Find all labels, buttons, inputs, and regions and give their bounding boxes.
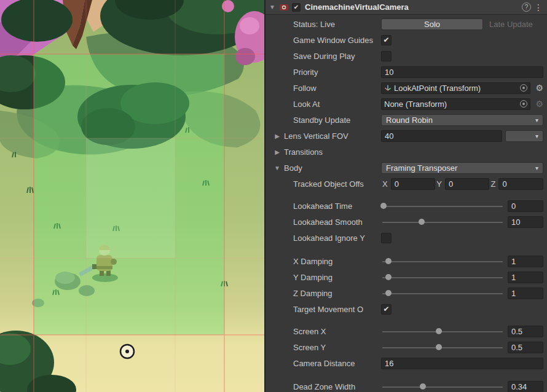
offset-x-field[interactable]: 0	[391, 178, 436, 190]
dropdown-arrow-icon: ▾	[535, 133, 538, 139]
body-row: ▼ Body Framing Transposer ▾	[266, 160, 547, 176]
x-damping-field[interactable]: 1	[508, 256, 543, 267]
component-foldout-icon[interactable]: ▼	[269, 4, 276, 10]
save-during-play-row: Save During Play ✔	[266, 48, 547, 64]
z-damping-slider[interactable]	[381, 288, 504, 299]
lens-label: Lens Vertical FOV	[284, 131, 348, 141]
lookahead-time-row: Lookahead Time 0	[266, 198, 547, 214]
object-picker-icon[interactable]	[520, 100, 527, 108]
screen-y-slider[interactable]	[381, 342, 504, 353]
dropdown-arrow-icon: ▾	[535, 165, 538, 171]
transform-icon	[384, 84, 392, 92]
object-picker-icon[interactable]	[520, 84, 527, 92]
tracked-object-offset-label: Tracked Object Offs	[266, 179, 381, 189]
slider-handle[interactable]	[385, 274, 392, 280]
framing-guides-overlay	[0, 0, 264, 392]
screen-y-value: 0.5	[511, 343, 522, 352]
dead-zone-width-field[interactable]: 0.34	[508, 381, 543, 392]
screen-x-field[interactable]: 0.5	[508, 326, 543, 337]
transitions-row: ▶ Transitions	[266, 144, 547, 160]
look-at-gear-icon[interactable]: ⚙	[535, 100, 543, 108]
y-damping-slider[interactable]	[381, 272, 504, 283]
target-movement-label: Target Movement O	[266, 305, 381, 314]
priority-field[interactable]: 10	[381, 66, 543, 78]
body-foldout[interactable]: ▼ Body	[266, 163, 381, 173]
slider-handle[interactable]	[436, 328, 442, 334]
priority-label: Priority	[266, 68, 381, 77]
priority-row: Priority 10	[266, 64, 547, 80]
follow-value: LookAtPoint (Transform)	[394, 84, 517, 93]
dead-zone-width-slider[interactable]	[381, 381, 504, 392]
component-title: CinemachineVirtualCamera	[305, 2, 519, 12]
game-view[interactable]	[0, 0, 264, 392]
fov-preset-dropdown[interactable]: ▾	[505, 130, 543, 142]
screen-x-slider[interactable]	[381, 326, 504, 337]
y-damping-label: Y Damping	[266, 273, 381, 282]
target-movement-checkbox[interactable]: ✔	[381, 304, 392, 315]
screen-y-field[interactable]: 0.5	[508, 342, 543, 353]
scene-render	[0, 0, 264, 392]
body-label: Body	[284, 163, 302, 173]
slider-handle[interactable]	[420, 383, 426, 390]
lookahead-ignore-y-checkbox[interactable]: ✔	[381, 233, 392, 243]
offset-x-value: 0	[395, 179, 399, 189]
y-damping-row: Y Damping 1	[266, 269, 547, 285]
look-at-object-field[interactable]: None (Transform)	[381, 98, 530, 110]
transitions-foldout[interactable]: ▶ Transitions	[266, 147, 381, 157]
screen-x-label: Screen X	[266, 327, 381, 336]
follow-object-field[interactable]: LookAtPoint (Transform)	[381, 82, 530, 94]
x-damping-slider[interactable]	[381, 256, 504, 267]
game-window-guides-row: Game Window Guides ✔	[266, 32, 547, 48]
lens-foldout[interactable]: ▶ Lens Vertical FOV	[266, 131, 381, 141]
save-during-play-label: Save During Play	[266, 52, 381, 61]
z-damping-label: Z Damping	[266, 289, 381, 298]
solo-button[interactable]: Solo	[381, 18, 483, 30]
axis-z-label: Z	[490, 179, 495, 189]
camera-target-reticle	[120, 345, 134, 358]
component-enabled-checkbox[interactable]: ✔	[292, 3, 301, 12]
camera-distance-label: Camera Distance	[266, 359, 381, 368]
y-damping-field[interactable]: 1	[508, 272, 543, 283]
screen-y-label: Screen Y	[266, 343, 381, 352]
slider-handle[interactable]	[385, 258, 392, 264]
game-window-guides-label: Game Window Guides	[266, 36, 381, 45]
z-damping-value: 1	[511, 289, 516, 298]
lookahead-smoothing-slider[interactable]	[381, 216, 504, 228]
fov-field[interactable]: 40	[381, 130, 502, 142]
save-during-play-checkbox[interactable]: ✔	[381, 51, 392, 61]
lookahead-time-value: 0	[511, 202, 516, 211]
dead-zone-width-label: Dead Zone Width	[266, 382, 381, 391]
component-header[interactable]: ▼ ✔ CinemachineVirtualCamera ? ⋮	[266, 0, 547, 15]
help-icon[interactable]: ?	[522, 2, 531, 12]
offset-z-field[interactable]: 0	[498, 178, 543, 190]
offset-y-field[interactable]: 0	[445, 178, 490, 190]
screen-y-row: Screen Y 0.5	[266, 339, 547, 355]
slider-handle[interactable]	[419, 219, 425, 225]
z-damping-field[interactable]: 1	[508, 288, 543, 299]
lookahead-smoothing-row: Lookahead Smooth 10	[266, 214, 547, 230]
standby-update-dropdown[interactable]: Round Robin ▾	[381, 114, 543, 126]
camera-distance-field[interactable]: 16	[381, 358, 543, 369]
unity-editor: ▼ ✔ CinemachineVirtualCamera ? ⋮ Status:…	[0, 0, 547, 392]
lookahead-smoothing-field[interactable]: 10	[508, 216, 543, 228]
status-label: Status: Live	[266, 20, 381, 29]
follow-gear-icon[interactable]: ⚙	[535, 84, 543, 92]
context-menu-icon[interactable]: ⋮	[534, 2, 543, 12]
slider-handle[interactable]	[385, 290, 392, 296]
dead-zone-width-row: Dead Zone Width 0.34	[266, 378, 547, 392]
offset-z-value: 0	[502, 179, 506, 189]
offset-y-value: 0	[449, 179, 453, 189]
lookahead-time-field[interactable]: 0	[508, 200, 543, 212]
slider-handle[interactable]	[436, 344, 442, 350]
lookahead-ignore-y-row: Lookahead Ignore Y ✔	[266, 230, 547, 246]
slider-handle[interactable]	[380, 203, 387, 209]
late-update-label: Late Update	[489, 20, 533, 29]
screen-x-row: Screen X 0.5	[266, 323, 547, 339]
body-value: Framing Transposer	[386, 163, 457, 173]
look-at-label: Look At	[266, 100, 381, 109]
lens-row: ▶ Lens Vertical FOV 40 ▾	[266, 128, 547, 144]
body-dropdown[interactable]: Framing Transposer ▾	[381, 162, 543, 174]
lookahead-time-slider[interactable]	[381, 200, 504, 212]
game-window-guides-checkbox[interactable]: ✔	[381, 35, 392, 45]
fov-value: 40	[385, 131, 393, 141]
